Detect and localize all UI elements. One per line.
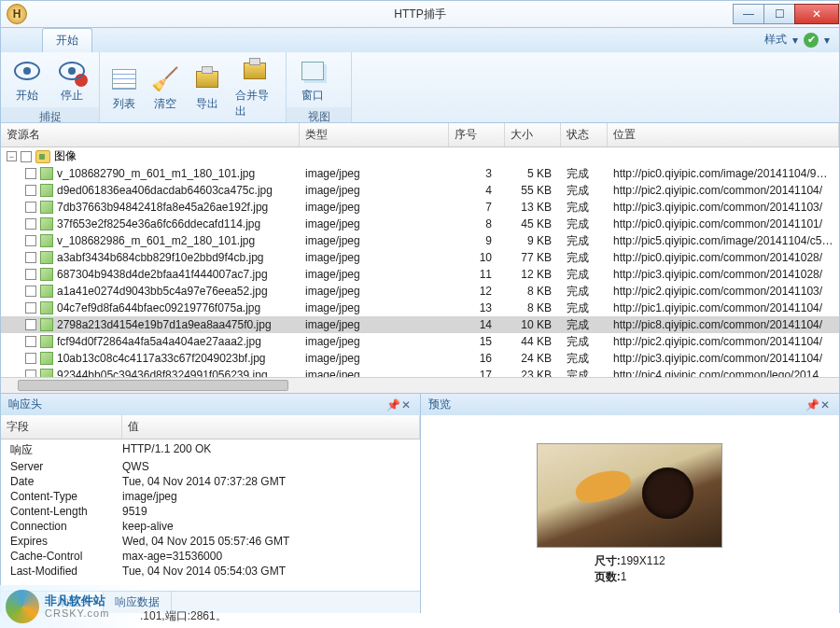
table-row[interactable]: a1a41e0274d9043bb5c4a97e76eea52.jpgimage… [1,283,839,300]
grid-body[interactable]: − 图像 v_108682790_m_601_m1_180_101.jpgima… [1,147,839,377]
row-checkbox[interactable] [25,370,36,377]
header-row[interactable]: Cache-Controlmax-age=31536000 [1,549,420,564]
cell-status: 完成 [561,216,608,232]
header-row[interactable]: ServerQWS [1,459,420,474]
table-row[interactable]: 04c7ef9d8fa644bfaec09219776f075a.jpgimag… [1,300,839,316]
maximize-button[interactable]: ☐ [763,4,795,24]
windows-icon [301,62,324,80]
row-checkbox[interactable] [25,269,36,280]
minimize-button[interactable]: — [733,4,764,24]
panel-close-icon[interactable]: ✕ [819,398,832,412]
eye-stop-icon [59,62,85,80]
panel-close-icon[interactable]: ✕ [399,398,413,412]
header-row[interactable]: 响应HTTP/1.1 200 OK [1,441,420,459]
table-row[interactable]: 7db37663b94842418fa8e45a26ae192f.jpgimag… [1,199,839,216]
row-checkbox[interactable] [25,218,36,230]
broom-icon: 🧹 [150,64,180,94]
cell-location: http://pic0.qiyipic.com/common/20141028/ [608,251,839,264]
cell-size: 5 KB [505,167,561,180]
cell-size: 13 KB [505,201,561,214]
preview-image [537,443,722,548]
window-button[interactable]: 窗口 [292,54,333,105]
tree-collapse-icon[interactable]: − [7,151,17,161]
cell-status: 完成 [561,317,608,333]
group-checkbox[interactable] [21,151,32,162]
table-row[interactable]: d9ed061836ea406dacdab64603ca475c.jpgimag… [1,182,839,199]
header-row[interactable]: ExpiresWed, 04 Nov 2015 05:57:46 GMT [1,534,420,549]
table-row[interactable]: v_108682986_m_601_m2_180_101.jpgimage/jp… [1,232,839,249]
row-checkbox[interactable] [25,302,36,314]
header-field: Last-Modified [1,565,122,578]
cell-type: image/jpeg [300,369,449,377]
horizontal-scrollbar[interactable] [1,377,839,393]
cell-seq: 15 [449,335,505,348]
pin-icon[interactable]: 📌 [386,398,399,412]
col-location[interactable]: 位置 [608,123,839,147]
row-checkbox[interactable] [25,252,36,263]
header-row[interactable]: DateTue, 04 Nov 2014 07:37:28 GMT [1,474,420,489]
style-dropdown[interactable]: 样式 [764,32,787,48]
row-checkbox[interactable] [25,319,36,330]
watermark-line1: 非凡软件站 [45,594,109,607]
header-row[interactable]: Last-ModifiedTue, 04 Nov 2014 05:54:03 G… [1,564,420,579]
row-checkbox[interactable] [25,185,36,196]
tree-group-row[interactable]: − 图像 [1,147,839,165]
image-file-icon [40,201,53,214]
col-value[interactable]: 值 [122,415,420,439]
col-name[interactable]: 资源名 [1,123,300,147]
header-row[interactable]: Content-Typeimage/jpeg [1,489,420,504]
header-field: Content-Type [1,490,122,503]
col-size[interactable]: 大小 [505,123,561,147]
headers-body[interactable]: 响应HTTP/1.1 200 OKServerQWSDateTue, 04 No… [1,440,420,591]
col-seq[interactable]: 序号 [449,123,505,147]
row-checkbox[interactable] [25,336,36,347]
row-checkbox[interactable] [25,168,36,179]
preview-panel-title: 预览 [428,397,451,412]
pages-value: 1 [621,570,627,583]
col-type[interactable]: 类型 [300,123,449,147]
cell-status: 完成 [561,368,608,378]
stop-capture-button[interactable]: 停止 [51,54,92,105]
watermark-logo-icon [6,590,39,623]
header-row[interactable]: Content-Length9519 [1,504,420,519]
cell-size: 24 KB [505,352,561,365]
table-row[interactable]: 92344bb05c39436d8f8324991f056239.jpgimag… [1,367,839,377]
response-headers-panel: 响应头 📌 ✕ 字段 值 响应HTTP/1.1 200 OKServerQWSD… [1,394,421,613]
row-checkbox[interactable] [25,353,36,364]
cell-size: 8 KB [505,285,561,298]
list-button[interactable]: 列表 [105,63,143,114]
table-row[interactable]: 687304b9438d4de2bfaa41f444007ac7.jpgimag… [1,266,839,283]
export-button[interactable]: 导出 [188,63,225,114]
col-status[interactable]: 状态 [561,123,608,147]
table-row[interactable]: 10ab13c08c4c4117a33c67f2049023bf.jpgimag… [1,350,839,367]
help-icon[interactable]: ✔ [804,33,819,48]
header-field: Date [1,475,122,488]
cell-type: image/jpeg [300,167,449,180]
row-checkbox[interactable] [25,235,36,246]
scrollbar-thumb[interactable] [18,380,288,391]
row-checkbox[interactable] [25,286,36,297]
cell-size: 12 KB [505,268,561,281]
table-row[interactable]: 2798a213d4154e19b7d1a9ea8aa475f0.jpgimag… [1,316,839,333]
table-row[interactable]: v_108682790_m_601_m1_180_101.jpgimage/jp… [1,165,839,182]
cell-location: http://pic3.qiyipic.com/common/20141103/ [608,201,839,214]
table-row[interactable]: fcf94d0f72864a4fa5a4a404ae27aaa2.jpgimag… [1,333,839,350]
clear-button[interactable]: 🧹 清空 [147,63,184,114]
cell-status: 完成 [561,183,608,199]
close-button[interactable]: ✕ [794,4,839,24]
start-capture-button[interactable]: 开始 [7,54,48,105]
tab-start[interactable]: 开始 [42,28,92,52]
cell-type: image/jpeg [300,301,449,314]
col-field[interactable]: 字段 [1,415,122,439]
merge-export-button[interactable]: 合并导出 [230,54,280,121]
row-checkbox[interactable] [25,202,36,213]
header-field: 响应 [1,442,122,458]
header-row[interactable]: Connectionkeep-alive [1,519,420,534]
chevron-down-icon[interactable]: ▾ [792,34,798,47]
table-row[interactable]: a3abf3434b684cbb829f10e2bbd9f4cb.jpgimag… [1,249,839,266]
table-row[interactable]: 37f653e2f8254e36a6fc66ddecafd114.jpgimag… [1,216,839,232]
help-dropdown-icon[interactable]: ▾ [824,34,830,47]
cell-size: 44 KB [505,335,561,348]
pin-icon[interactable]: 📌 [805,398,819,412]
image-file-icon [40,301,53,314]
